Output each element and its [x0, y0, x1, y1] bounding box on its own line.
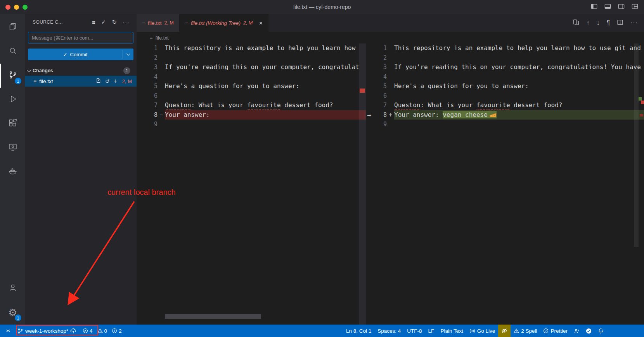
- changed-file-row[interactable]: ≡ file.txt ↺ + 2, M: [25, 76, 137, 87]
- run-debug-icon: [8, 94, 17, 105]
- diff-change-arrow-icon[interactable]: →: [364, 110, 374, 120]
- search-icon: [8, 46, 17, 57]
- spell-checker-item[interactable]: 2 Spell: [511, 325, 540, 337]
- encoding-item[interactable]: UTF-8: [404, 325, 425, 337]
- toggle-secondary-sidebar-icon[interactable]: [618, 3, 625, 12]
- broadcast-icon: [469, 328, 475, 334]
- code-line: 2: [366, 53, 644, 63]
- diff-center-scrollbar[interactable]: [359, 43, 366, 325]
- indentation-item[interactable]: Spaces: 4: [374, 325, 404, 337]
- settings-badge: 1: [15, 314, 21, 321]
- more-actions-icon[interactable]: ···: [630, 19, 638, 26]
- feedback-icon[interactable]: [571, 325, 583, 337]
- sidebar-item-docker[interactable]: [0, 160, 25, 184]
- cursor-position-item[interactable]: Ln 8, Col 1: [343, 325, 374, 337]
- chevron-down-icon: [126, 52, 130, 56]
- vertical-scrollbar[interactable]: [634, 43, 639, 247]
- settings-button[interactable]: ⚙ 1: [0, 301, 25, 325]
- tab-status: 2, M: [243, 20, 253, 26]
- toggle-whitespace-icon[interactable]: ¶: [606, 19, 610, 26]
- prettier-item[interactable]: Prettier: [540, 325, 571, 337]
- overview-removed-mark: [641, 101, 644, 104]
- extensions-icon: [8, 118, 17, 129]
- vscode-window: file.txt — cyf-demo-repo: [0, 0, 644, 337]
- info-icon: [112, 328, 117, 334]
- file-icon: ≡: [142, 20, 145, 26]
- eol-item[interactable]: LF: [425, 325, 438, 337]
- open-changes-icon[interactable]: [573, 19, 579, 27]
- code-line: 7Queston: What is your favourite dessert…: [366, 101, 644, 110]
- editor-pane-modified[interactable]: 1This repository is an example to help y…: [366, 43, 644, 325]
- code-line: 3If you're reading this on your computer…: [137, 63, 359, 72]
- sidebar-item-remote-explorer[interactable]: [0, 136, 25, 160]
- window-title: file.txt — cyf-demo-repo: [0, 4, 644, 10]
- warning-count: 0: [104, 328, 107, 334]
- stage-changes-icon[interactable]: +: [113, 78, 117, 85]
- accounts-button[interactable]: [0, 276, 25, 301]
- overview-added-mark: [639, 97, 642, 101]
- remote-indicator[interactable]: [2, 325, 14, 337]
- tab-bar: ≡ file.txt 2, M ≡ file.txt (Working Tree…: [137, 14, 644, 32]
- overview-ruler: [639, 43, 644, 325]
- commit-message-input[interactable]: [28, 32, 133, 43]
- account-icon: [8, 283, 17, 294]
- tab-file-txt[interactable]: ≡ file.txt 2, M: [137, 14, 180, 32]
- code-line: 6: [366, 91, 644, 101]
- remote-explorer-icon: [8, 142, 17, 153]
- sidebar-item-extensions[interactable]: [0, 112, 25, 136]
- commit-dropdown-button[interactable]: [123, 49, 133, 60]
- refresh-icon[interactable]: ↻: [112, 19, 117, 26]
- customize-layout-icon[interactable]: [631, 3, 639, 12]
- changes-section-header[interactable]: Changes 1: [25, 66, 137, 76]
- code-line: 9: [137, 120, 359, 129]
- annotation-label: current local branch: [107, 188, 176, 197]
- screencast-off-item[interactable]: [498, 325, 511, 337]
- sidebar-item-search[interactable]: [0, 40, 25, 64]
- view-as-list-icon[interactable]: ≡: [92, 19, 95, 26]
- title-bar: file.txt — cyf-demo-repo: [0, 0, 644, 14]
- go-live-item[interactable]: Go Live: [466, 325, 499, 337]
- code-line: 6: [137, 91, 359, 101]
- code-line: 3If you're reading this on your computer…: [366, 63, 644, 72]
- editor-group: ≡ file.txt 2, M ≡ file.txt (Working Tree…: [137, 14, 644, 325]
- language-mode-item[interactable]: Plain Text: [437, 325, 466, 337]
- changed-file-name: file.txt: [39, 78, 53, 84]
- previous-change-icon[interactable]: ↑: [586, 19, 589, 26]
- sidebar-title: SOURCE C...: [33, 19, 63, 25]
- activity-bar: 1 ⚙ 1: [0, 14, 25, 325]
- eye-off-icon: [501, 328, 507, 334]
- code-line: 9: [366, 120, 644, 129]
- toggle-primary-sidebar-icon[interactable]: [590, 3, 598, 12]
- split-editor-icon[interactable]: [617, 19, 623, 27]
- commit-button-label: Commit: [70, 52, 88, 57]
- info-count: 2: [119, 328, 122, 334]
- status-check-icon[interactable]: [583, 325, 595, 337]
- commit-button[interactable]: ✓ Commit: [28, 49, 123, 60]
- sidebar-item-explorer[interactable]: [0, 16, 25, 40]
- commit-all-icon[interactable]: ✓: [101, 19, 106, 26]
- sidebar-item-run-debug[interactable]: [0, 88, 25, 112]
- source-control-badge: 1: [15, 78, 21, 84]
- discard-changes-icon[interactable]: ↺: [105, 78, 110, 84]
- more-actions-icon[interactable]: ···: [123, 19, 130, 26]
- toggle-panel-icon[interactable]: [604, 3, 611, 12]
- notifications-bell-icon[interactable]: [595, 325, 607, 337]
- sidebar-item-source-control[interactable]: 1: [0, 64, 25, 88]
- warning-icon: [514, 328, 519, 334]
- minimize-window-button[interactable]: [14, 5, 19, 10]
- added-text: vegan cheese: [443, 111, 497, 118]
- editor-pane-original[interactable]: 1This repository is an example to help y…: [137, 43, 359, 325]
- close-tab-icon[interactable]: ×: [259, 20, 263, 26]
- breadcrumb[interactable]: ≡ file.txt: [137, 32, 644, 43]
- horizontal-scrollbar[interactable]: [165, 314, 261, 319]
- file-change-status: 2, M: [122, 78, 132, 84]
- tab-file-txt-working-tree[interactable]: ≡ file.txt (Working Tree) 2, M ×: [180, 14, 268, 32]
- added-marker: +: [387, 110, 394, 120]
- next-change-icon[interactable]: ↓: [596, 19, 599, 26]
- open-file-icon[interactable]: [95, 78, 101, 85]
- maximize-window-button[interactable]: [23, 5, 28, 10]
- circle-slash-icon: [543, 328, 549, 334]
- code-line: 5Here's a question for you to answer:: [366, 82, 644, 91]
- close-window-button[interactable]: [5, 5, 10, 10]
- code-line: 4: [366, 72, 644, 82]
